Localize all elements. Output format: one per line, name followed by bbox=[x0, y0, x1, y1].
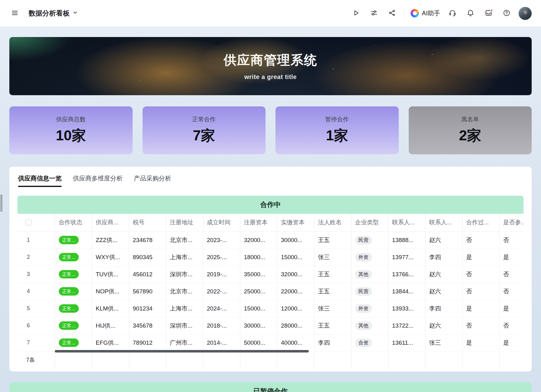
column-header[interactable]: 注册地址 bbox=[166, 214, 203, 231]
cell-legal-name: 王五 bbox=[314, 266, 351, 283]
status-badge: 正常... bbox=[59, 236, 79, 244]
company-type-badge: 外资 bbox=[355, 253, 372, 262]
column-header[interactable]: 法人姓名 bbox=[314, 214, 351, 231]
cell-company-type: 其他 bbox=[351, 266, 388, 283]
stat-label: 供应商总数 bbox=[56, 115, 86, 124]
cell-tax-no: 901234 bbox=[129, 300, 166, 317]
present-play-button[interactable] bbox=[350, 7, 362, 19]
cell-tax-no: 567890 bbox=[129, 283, 166, 300]
select-all-checkbox[interactable] bbox=[26, 220, 31, 226]
group-header-paused[interactable]: 已暂停合作 bbox=[9, 382, 532, 392]
tab[interactable]: 供应商信息一览 bbox=[18, 174, 62, 187]
cell-legal-name: 王五 bbox=[314, 231, 351, 249]
cell-participate: 是 bbox=[499, 300, 524, 317]
table-row[interactable]: 5 正常... KLM供... 901234 上海市... 2024-... 1… bbox=[17, 300, 524, 317]
column-header[interactable]: 税号 bbox=[129, 214, 166, 231]
cell-participate: 否 bbox=[499, 266, 524, 283]
cell-address: 北京市... bbox=[166, 283, 203, 300]
company-type-badge: 其他 bbox=[355, 270, 372, 279]
cell-participate: 是 bbox=[499, 249, 524, 266]
cell-participate: 否 bbox=[499, 317, 524, 334]
table-body: 1 正常... ZZZ供... 234678 北京市... 2023-... 3… bbox=[17, 231, 524, 351]
table-row[interactable]: 1 正常... ZZZ供... 234678 北京市... 2023-... 3… bbox=[17, 231, 524, 249]
cell-status: 正常... bbox=[55, 300, 92, 317]
group-header-cooperating[interactable]: 合作中 bbox=[17, 196, 524, 214]
cell-tax-no: 456012 bbox=[129, 266, 166, 283]
cell-participate: 是 bbox=[499, 334, 524, 351]
column-header[interactable]: 企业类型 bbox=[351, 214, 388, 231]
column-header[interactable]: 合作过... bbox=[462, 214, 499, 231]
column-header[interactable]: 实缴资本 bbox=[277, 214, 314, 231]
column-header[interactable]: 是否参... bbox=[499, 214, 524, 231]
cell-status: 正常... bbox=[55, 231, 92, 249]
cell-participate: 否 bbox=[499, 283, 524, 300]
table-row[interactable]: 7 正常... EFG供... 789012 广州市... 2014-... 5… bbox=[17, 334, 524, 351]
stat-card[interactable]: 黑名单 2家 bbox=[409, 106, 532, 154]
cell-legal-name: 张三 bbox=[314, 300, 351, 317]
company-type-badge: 外资 bbox=[355, 304, 372, 313]
topbar-left: 数据分析看板 bbox=[9, 7, 78, 19]
topbar-right: AI助手 bbox=[350, 7, 532, 20]
stat-cards-row: 供应商总数 10家 正常合作 7家 暂停合作 1家 黑名单 2家 bbox=[9, 106, 532, 154]
topbar: 数据分析看板 AI助手 bbox=[0, 0, 541, 27]
cell-founded: 2024-... bbox=[203, 300, 240, 317]
table-footer-row: 7条 bbox=[17, 351, 524, 368]
cell-coop: 是 bbox=[462, 300, 499, 317]
column-header[interactable]: 成立时间 bbox=[203, 214, 240, 231]
table-row[interactable]: 3 正常... TUV供... 456012 深圳市... 2019-... 3… bbox=[17, 266, 524, 283]
column-header[interactable]: 联系人... bbox=[425, 214, 462, 231]
stat-card[interactable]: 正常合作 7家 bbox=[143, 106, 266, 154]
cell-coop: 否 bbox=[462, 283, 499, 300]
horizontal-scrollbar-thumb[interactable] bbox=[55, 350, 309, 352]
table-row[interactable]: 4 正常... NOP供... 567890 北京市... 2022-... 2… bbox=[17, 283, 524, 300]
tab[interactable]: 产品采购分析 bbox=[134, 174, 171, 187]
company-type-badge: 其他 bbox=[355, 321, 372, 330]
main-panel: 供应商信息一览 供应商多维度分析 产品采购分析 合作中 bbox=[9, 167, 532, 371]
cell-founded: 2018-... bbox=[203, 317, 240, 334]
dashboard-page: 供应商管理系统 write a great title 供应商总数 10家 正常… bbox=[0, 27, 541, 392]
ai-assistant-button[interactable]: AI助手 bbox=[411, 9, 440, 17]
column-header[interactable]: 合作状态 bbox=[55, 214, 92, 231]
cell-supplier: ZZZ供... bbox=[92, 231, 129, 249]
tab-label: 供应商多维度分析 bbox=[73, 175, 123, 182]
cell-company-type: 民营 bbox=[351, 283, 388, 300]
stat-label: 正常合作 bbox=[192, 115, 216, 124]
column-header[interactable]: 供应商... bbox=[92, 214, 129, 231]
help-button[interactable] bbox=[501, 7, 512, 19]
play-icon bbox=[352, 9, 360, 18]
hero-banner: 供应商管理系统 write a great title bbox=[9, 37, 532, 95]
cell-legal-name: 王五 bbox=[314, 283, 351, 300]
cell-tax-no: 789012 bbox=[129, 334, 166, 351]
stat-value: 10家 bbox=[56, 126, 86, 145]
cell-contact-phone: 13611... bbox=[388, 334, 425, 351]
cell-contact-phone: 13766... bbox=[388, 266, 425, 283]
user-avatar[interactable] bbox=[519, 7, 532, 20]
cell-address: 广州市... bbox=[166, 334, 203, 351]
inbox-button[interactable] bbox=[482, 7, 494, 19]
column-header[interactable]: 注册资本 bbox=[240, 214, 277, 231]
notifications-button[interactable] bbox=[464, 7, 476, 19]
tab-bar: 供应商信息一览 供应商多维度分析 产品采购分析 bbox=[17, 174, 524, 188]
stat-card[interactable]: 供应商总数 10家 bbox=[9, 106, 133, 154]
cell-contact-name: 赵六 bbox=[425, 231, 462, 249]
table-row[interactable]: 2 正常... WXY供... 890345 上海市... 2025-... 1… bbox=[17, 249, 524, 266]
tab[interactable]: 供应商多维度分析 bbox=[73, 174, 123, 187]
cell-reg-capital: 35000... bbox=[240, 266, 277, 283]
filter-settings-button[interactable] bbox=[368, 7, 380, 19]
dashboard-title-menu[interactable]: 数据分析看板 bbox=[29, 9, 78, 18]
cell-paid-capital: 28000... bbox=[277, 317, 314, 334]
share-button[interactable] bbox=[386, 7, 398, 19]
table-row[interactable]: 6 正常... HIJ供... 345678 深圳市... 2018-... 3… bbox=[17, 317, 524, 334]
cell-status: 正常... bbox=[55, 266, 92, 283]
hamburger-menu-button[interactable] bbox=[9, 7, 21, 19]
cell-supplier: WXY供... bbox=[92, 249, 129, 266]
support-button[interactable] bbox=[446, 7, 458, 19]
stat-value: 7家 bbox=[193, 126, 215, 145]
vertical-scrollbar-thumb[interactable] bbox=[0, 194, 2, 212]
column-header[interactable]: 联系人... bbox=[388, 214, 425, 231]
cell-reg-capital: 50000... bbox=[240, 334, 277, 351]
cell-legal-name: 李四 bbox=[314, 334, 351, 351]
cell-reg-capital: 18000... bbox=[240, 249, 277, 266]
stat-card[interactable]: 暂停合作 1家 bbox=[275, 106, 399, 154]
cell-contact-phone: 13844... bbox=[388, 283, 425, 300]
